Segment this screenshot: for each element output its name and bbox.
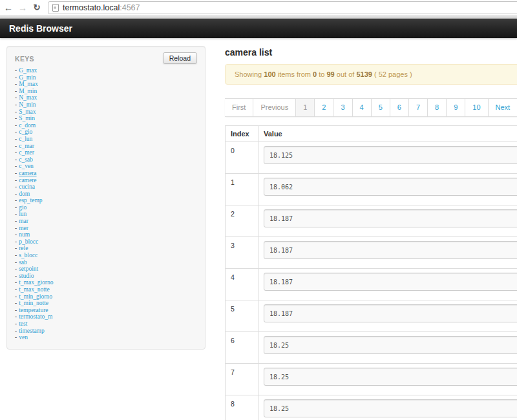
key-link[interactable]: setpoint — [19, 266, 38, 272]
dash-bullet: - — [15, 163, 17, 169]
key-link[interactable]: M_min — [19, 88, 37, 94]
key-link[interactable]: num — [19, 231, 30, 238]
dash-bullet: - — [15, 231, 17, 238]
key-link[interactable]: ven — [19, 334, 28, 341]
key-link[interactable]: s_blocc — [19, 252, 37, 258]
pagination-link[interactable]: Next — [489, 98, 517, 117]
key-link[interactable]: lun — [19, 211, 26, 217]
key-link[interactable]: c_dom — [19, 122, 36, 129]
key-link[interactable]: t_min_giorno — [19, 293, 52, 300]
dash-bullet: - — [15, 279, 17, 286]
key-link[interactable]: t_max_giorno — [19, 279, 53, 286]
browser-back-icon[interactable]: ← — [3, 1, 14, 14]
key-link[interactable]: c_gio — [19, 129, 32, 135]
reload-button[interactable]: Reload — [163, 52, 197, 64]
key-list-item: -G_max — [15, 67, 197, 74]
key-list-item: -c_ven — [15, 163, 197, 170]
key-list-item: -M_max — [15, 81, 197, 88]
row-index: 4 — [226, 269, 258, 300]
url-bar[interactable]: termostato.local:4567 — [48, 1, 517, 14]
pagination-link[interactable]: 10 — [465, 98, 488, 117]
pagination-link[interactable]: 4 — [353, 98, 372, 117]
dash-bullet: - — [15, 191, 17, 197]
browser-chrome: ← → ↻ termostato.local:4567 — [0, 0, 517, 15]
key-link[interactable]: c_sab — [19, 156, 33, 163]
key-link[interactable]: mar — [19, 218, 28, 224]
key-list-item: -esp_temp — [15, 197, 197, 204]
browser-forward-icon[interactable]: → — [17, 1, 28, 14]
table-row: 3 18.187 — [226, 237, 517, 269]
pagination-link[interactable]: 8 — [428, 98, 447, 117]
key-list-item: -M_min — [15, 88, 197, 95]
key-link[interactable]: p_blocc — [19, 238, 38, 245]
key-list-item: -t_max_giorno — [15, 279, 197, 286]
key-link[interactable]: c_mar — [19, 143, 34, 149]
value-input[interactable]: 18.25 — [264, 336, 517, 354]
key-link[interactable]: test — [19, 320, 27, 327]
key-link[interactable]: t_max_notte — [19, 286, 50, 293]
key-link[interactable]: cucina — [19, 184, 35, 190]
key-link[interactable]: c_mer — [19, 149, 34, 156]
summary-segment: out of — [335, 70, 357, 78]
key-link[interactable]: S_min — [19, 115, 35, 121]
key-link[interactable]: camere — [19, 177, 36, 184]
key-link[interactable]: esp_temp — [19, 197, 42, 204]
pagination-link[interactable]: First — [225, 98, 253, 117]
summary-segment: 100 — [264, 70, 275, 78]
value-input[interactable]: 18.187 — [264, 273, 517, 291]
key-link[interactable]: N_max — [19, 94, 37, 101]
key-link[interactable]: camera — [19, 170, 36, 176]
key-link[interactable]: studio — [19, 273, 34, 279]
value-input[interactable]: 18.25 — [264, 399, 517, 417]
key-link[interactable]: timestamp — [19, 328, 45, 334]
page-title: camera list — [225, 47, 517, 58]
pagination-link[interactable]: 1 — [296, 98, 315, 117]
key-list-item: -t_min_notte — [15, 300, 197, 307]
value-input[interactable]: 18.125 — [264, 146, 517, 164]
key-link[interactable]: termostato_m — [19, 313, 52, 320]
pagination-link[interactable]: 6 — [390, 98, 409, 117]
pagination-link[interactable]: 3 — [333, 98, 352, 117]
pagination-link[interactable]: 9 — [447, 98, 465, 117]
row-value-cell: 18.25 — [258, 332, 517, 364]
key-link[interactable]: sab — [19, 259, 27, 266]
value-input[interactable]: 18.187 — [264, 209, 517, 227]
pagination-item: 3 — [333, 98, 352, 117]
dash-bullet: - — [15, 252, 17, 258]
value-input[interactable]: 18.062 — [264, 178, 517, 196]
row-value-cell: 18.125 — [258, 142, 517, 174]
key-link[interactable]: c_ven — [19, 163, 34, 169]
key-link[interactable]: t_min_notte — [19, 300, 48, 306]
key-link[interactable]: gio — [19, 204, 26, 211]
pagination-item: 9 — [447, 98, 465, 117]
key-link[interactable]: M_max — [19, 81, 38, 87]
dash-bullet: - — [15, 94, 17, 101]
key-link[interactable]: G_min — [19, 74, 36, 81]
pagination-link[interactable]: 7 — [409, 98, 428, 117]
value-input[interactable]: 18.187 — [264, 304, 517, 322]
value-input[interactable]: 18.25 — [264, 368, 517, 386]
dash-bullet: - — [15, 109, 17, 115]
key-link[interactable]: dom — [19, 191, 30, 197]
key-link[interactable]: N_min — [19, 101, 36, 108]
key-link[interactable]: rele — [19, 245, 28, 251]
dash-bullet: - — [15, 67, 17, 74]
key-link[interactable]: c_lun — [19, 136, 32, 142]
value-input[interactable]: 18.187 — [264, 241, 517, 259]
key-link[interactable]: S_max — [19, 109, 36, 115]
dash-bullet: - — [15, 101, 17, 108]
key-list-item: -G_min — [15, 74, 197, 81]
pagination-link[interactable]: Previous — [253, 98, 296, 117]
browser-refresh-icon[interactable]: ↻ — [31, 1, 43, 14]
key-link[interactable]: G_max — [19, 67, 37, 74]
url-port: :4567 — [120, 3, 140, 12]
row-index: 7 — [226, 364, 258, 395]
key-list-item: -camere — [15, 177, 197, 184]
key-link[interactable]: mer — [19, 225, 28, 231]
pagination-link[interactable]: 2 — [315, 98, 333, 117]
pagination-list: FirstPrevious12345678910NextLast — [225, 98, 517, 117]
key-list-item: -c_mer — [15, 149, 197, 156]
pagination-link[interactable]: 5 — [372, 98, 390, 117]
values-table: Index Value 0 18.125 1 18.062 — [225, 125, 517, 420]
key-link[interactable]: temperature — [19, 307, 48, 313]
